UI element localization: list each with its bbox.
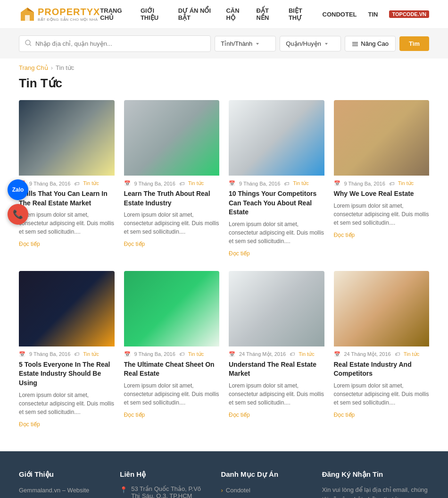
footer-grid: Giới Thiệu Gemmaland.vn – Website Mang T… [19,470,429,498]
footer-intro-text: Gemmaland.vn – Website Mang Thương Hiệu … [19,485,106,498]
read-more-link[interactable]: Đọc tiếp [19,241,40,247]
tag-icon: 🏷 [179,351,184,357]
news-card-desc: Lorem ipsum dolor sit amet, consectetur … [229,220,324,245]
news-card-0[interactable]: 📅 9 Tháng Ba, 2016 🏷 Tin tức Skills That… [19,100,115,262]
news-category: Tin tức [83,180,99,186]
news-card-body: 📅 24 Tháng Một, 2016 🏷 Tin tức Real Esta… [334,346,430,423]
read-more-link[interactable]: Đọc tiếp [334,412,355,418]
news-date: 9 Tháng Ba, 2016 [344,181,385,186]
news-card-title: Understand The Real Estate Market [229,360,324,379]
news-card-title: 5 Tools Everyone In The Real Estate Indu… [19,360,115,388]
news-card-body: 📅 9 Tháng Ba, 2016 🏷 Tin tức Learn The T… [124,176,220,252]
news-card-desc: Lorem ipsum dolor sit amet, consectetur … [19,391,115,416]
read-more-link[interactable]: Đọc tiếp [229,412,250,418]
search-bar: Tỉnh/Thành Quận/Huyện Nâng Cao Tìm [0,29,448,59]
footer-intro-title: Giới Thiệu [19,470,106,479]
news-card-title: 10 Things Your Competitors Can Teach You… [229,189,324,217]
search-input[interactable] [35,40,205,47]
nav-du-an[interactable]: DỰ ÁN NỔI BẬT [178,7,215,21]
svg-marker-6 [325,43,328,45]
footer-address: 📍 53 Trần Quốc Thảo, P.Võ Thị Sáu, Q.3, … [120,485,207,498]
news-card-3[interactable]: 📅 9 Tháng Ba, 2016 🏷 Tin tức Why We Love… [334,100,430,262]
nav-dat-nen[interactable]: ĐẤT NỀN [257,7,277,21]
search-button[interactable]: Tìm [399,36,429,51]
news-card-image [229,271,324,346]
breadcrumb: Trang Chủ › Tin tức [0,59,448,74]
footer-projects-list: CondotelBiệt ThựCăn HộĐất nền [221,485,307,498]
footer-contact-title: Liên Hệ [120,470,207,479]
svg-rect-8 [352,43,358,44]
footer-projects-title: Danh Mục Dự Án [221,470,307,479]
read-more-link[interactable]: Đọc tiếp [334,232,355,238]
province-select[interactable]: Tỉnh/Thành [215,36,276,51]
news-card-title: Why We Love Real Estate [334,189,430,199]
advanced-search-button[interactable]: Nâng Cao [345,36,396,51]
news-card-image [334,271,430,346]
news-date: 9 Tháng Ba, 2016 [29,181,70,186]
footer-intro: Giới Thiệu Gemmaland.vn – Website Mang T… [19,470,106,498]
news-card-4[interactable]: 📅 9 Tháng Ba, 2016 🏷 Tin tức 5 Tools Eve… [19,271,115,432]
read-more-link[interactable]: Đọc tiếp [124,412,145,418]
news-card-6[interactable]: 📅 24 Tháng Một, 2016 🏷 Tin tức Understan… [229,271,324,432]
news-card-1[interactable]: 📅 9 Tháng Ba, 2016 🏷 Tin tức Learn The T… [124,100,220,262]
phone-float-button[interactable]: 📞 [8,204,28,225]
topcode-logo: TOPCODE.VN [389,10,429,18]
news-date: 9 Tháng Ba, 2016 [134,181,175,186]
tag-icon: 🏷 [74,351,79,357]
news-card-body: 📅 9 Tháng Ba, 2016 🏷 Tin tức 10 Things Y… [229,176,324,262]
district-select[interactable]: Quận/Huyện [280,36,341,51]
svg-rect-2 [25,15,30,21]
tag-icon: 🏷 [395,351,400,357]
nav-biet-thu[interactable]: BIỆT THỰ [289,7,311,21]
read-more-link[interactable]: Đọc tiếp [19,421,40,428]
news-category: Tin tức [398,180,414,186]
news-date: 9 Tháng Ba, 2016 [134,351,175,357]
tag-icon: 🏷 [389,181,394,186]
footer: Giới Thiệu Gemmaland.vn – Website Mang T… [0,451,448,498]
news-card-desc: Lorem ipsum dolor sit amet, consectetur … [334,381,430,407]
read-more-link[interactable]: Đọc tiếp [124,241,145,247]
main-nav: TRANG CHỦ GIỚI THIỆU DỰ ÁN NỔI BẬT CĂN H… [100,7,429,21]
news-meta: 📅 9 Tháng Ba, 2016 🏷 Tin tức [124,180,220,186]
nav-trang-chu[interactable]: TRANG CHỦ [100,7,129,21]
news-meta: 📅 24 Tháng Một, 2016 🏷 Tin tức [334,351,430,357]
footer-subscribe-title: Đăng Ký Nhận Tin [322,470,429,479]
svg-rect-9 [352,45,358,46]
news-meta: 📅 9 Tháng Ba, 2016 🏷 Tin tức [19,180,115,186]
footer-project-item[interactable]: Condotel [221,485,307,496]
news-card-7[interactable]: 📅 24 Tháng Một, 2016 🏷 Tin tức Real Esta… [334,271,430,432]
footer-subscribe: Đăng Ký Nhận Tin Xin vui lòng để lại địa… [322,470,429,498]
page-title: Tin Tức [0,74,448,100]
search-input-wrap [19,35,211,52]
news-card-desc: Lorem ipsum dolor sit amet, consectetur … [229,381,324,407]
nav-can-ho[interactable]: CĂN HỘ [226,7,245,21]
news-category: Tin tức [404,351,420,357]
news-meta: 📅 9 Tháng Ba, 2016 🏷 Tin tức [124,351,220,357]
news-card-desc: Lorem ipsum dolor sit amet, consectetur … [19,211,115,236]
news-card-body: 📅 9 Tháng Ba, 2016 🏷 Tin tức The Ultimat… [124,346,220,423]
news-card-title: The Ultimate Cheat Sheet On Real Estate [124,360,220,379]
read-more-link[interactable]: Đọc tiếp [229,250,250,257]
calendar-icon: 📅 [124,351,131,357]
nav-tin[interactable]: TIN [368,11,378,18]
news-category: Tin tức [299,351,315,357]
svg-line-4 [30,44,31,46]
news-card-image [19,100,115,176]
nav-condotel[interactable]: CONDOTEL [323,11,357,18]
news-card-2[interactable]: 📅 9 Tháng Ba, 2016 🏷 Tin tức 10 Things Y… [229,100,324,262]
zalo-float-button[interactable]: Zalo [8,179,28,200]
footer-projects: Danh Mục Dự Án CondotelBiệt ThựCăn HộĐất… [221,470,307,498]
calendar-icon: 📅 [229,180,235,186]
news-card-5[interactable]: 📅 9 Tháng Ba, 2016 🏷 Tin tức The Ultimat… [124,271,220,432]
chevron-down-icon2 [324,42,329,46]
breadcrumb-home[interactable]: Trang Chủ [19,64,48,71]
topcode-badge: TOPCODE.VN [389,10,429,18]
svg-point-3 [25,40,30,45]
news-card-image [19,271,115,346]
footer-contact: Liên Hệ 📍 53 Trần Quốc Thảo, P.Võ Thị Sá… [120,470,207,498]
news-category: Tin tức [83,351,99,357]
news-card-body: 📅 9 Tháng Ba, 2016 🏷 Tin tức Why We Love… [334,176,430,243]
nav-gioi-thieu[interactable]: GIỚI THIỆU [141,7,167,21]
logo-tagline: BẤT ĐỘNG SẢN CHO MỌI NHÀ [38,17,100,22]
news-meta: 📅 9 Tháng Ba, 2016 🏷 Tin tức [334,180,430,186]
